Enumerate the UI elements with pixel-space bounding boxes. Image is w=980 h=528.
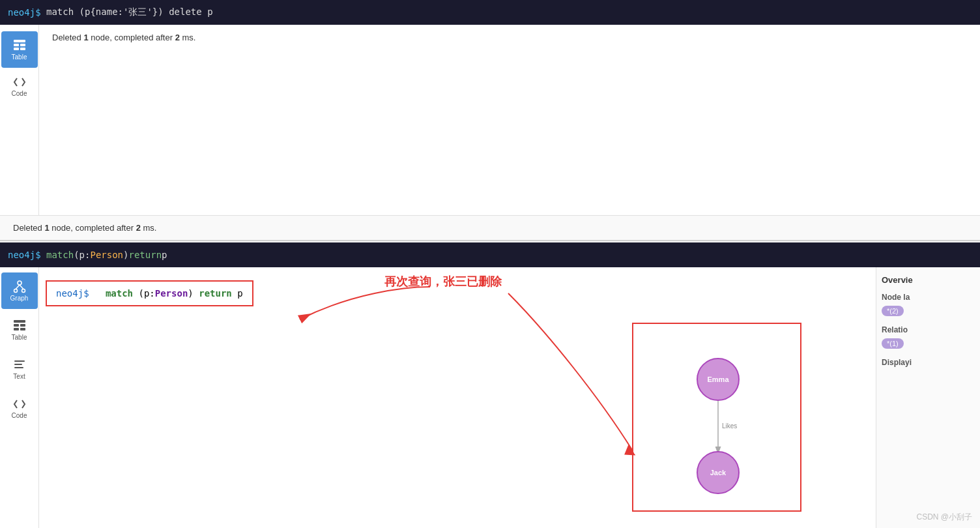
svg-point-7 xyxy=(22,289,25,292)
svg-rect-4 xyxy=(20,48,25,50)
svg-line-9 xyxy=(20,285,23,289)
svg-rect-17 xyxy=(14,367,23,368)
bottom-sidebar: Graph Table Text xyxy=(0,267,39,528)
graph-icon xyxy=(13,280,26,293)
bottom-prompt: neo4j$ xyxy=(8,250,41,260)
display-label: Displayi xyxy=(882,358,975,367)
text-icon xyxy=(13,359,26,372)
code-icon xyxy=(13,76,26,89)
bottom-content-area: neo4j$ match (p:Person) return p 再次查询，张三… xyxy=(39,267,876,528)
code-icon2 xyxy=(13,398,26,411)
svg-rect-2 xyxy=(20,44,25,46)
right-panel: Overvie Node la *(2) Relatio *(1) Displa… xyxy=(876,267,980,528)
svg-rect-14 xyxy=(20,328,25,330)
table-icon xyxy=(13,39,26,52)
bottom-match-kw: match xyxy=(46,250,74,260)
graph-result-box: Likes Emma Jack xyxy=(632,323,801,512)
top-sidebar-table-btn[interactable]: Table xyxy=(1,31,38,68)
svg-point-6 xyxy=(14,289,17,292)
top-table-label: Table xyxy=(12,53,27,61)
top-content: Deleted 1 node, completed after 2 ms. xyxy=(39,25,980,215)
bottom-command-bar: neo4j$ match (p:Person) return p xyxy=(0,242,980,267)
query-box: neo4j$ match (p:Person) return p xyxy=(46,280,253,306)
bottom-table-label: Table xyxy=(12,334,27,341)
divider-status-text: Deleted 1 node, completed after 2 ms. xyxy=(13,223,156,233)
jack-label: Jack xyxy=(710,469,727,477)
qb-p: p xyxy=(232,288,243,299)
bottom-sidebar-text-btn[interactable]: Text xyxy=(1,351,38,387)
svg-line-8 xyxy=(16,285,20,289)
svg-rect-0 xyxy=(14,40,25,42)
emma-label: Emma xyxy=(707,375,729,383)
right-panel-title: Overvie xyxy=(882,275,975,285)
bottom-main: Graph Table Text xyxy=(0,267,980,528)
top-command-text: match (p{name:'张三'}) delete p xyxy=(41,7,213,18)
top-command-bar: neo4j$ match (p{name:'张三'}) delete p xyxy=(0,0,980,25)
svg-rect-15 xyxy=(14,360,25,362)
qb-space xyxy=(94,288,106,299)
relation-section: Relatio *(1) xyxy=(882,325,975,349)
node-label-section: Node la *(2) xyxy=(882,293,975,316)
graph-svg: Likes Emma Jack xyxy=(633,324,803,513)
qb-space2: (p: xyxy=(138,288,154,299)
bottom-cmd-rest: (p: xyxy=(74,250,90,260)
qb-person: Person xyxy=(155,288,188,299)
top-result-area: Table Code Deleted 1 node, completed aft… xyxy=(0,25,980,215)
top-section: neo4j$ match (p{name:'张三'}) delete p Tab… xyxy=(0,0,980,241)
top-sidebar: Table Code xyxy=(0,25,39,215)
annotation-label: 再次查询，张三已删除 xyxy=(384,274,502,289)
bottom-text-label: Text xyxy=(13,373,25,380)
relation-label-heading: Relatio xyxy=(882,325,975,334)
divider-status-bar: Deleted 1 node, completed after 2 ms. xyxy=(0,215,980,241)
edge-label: Likes xyxy=(722,422,737,430)
watermark: CSDN @小刮子 xyxy=(916,512,972,523)
bottom-section: neo4j$ match (p:Person) return p Graph xyxy=(0,242,980,528)
bottom-graph-label: Graph xyxy=(10,295,29,302)
relation-badge[interactable]: *(1) xyxy=(882,338,904,349)
bottom-command-text xyxy=(41,250,46,260)
bottom-code-label: Code xyxy=(12,412,27,419)
top-code-label: Code xyxy=(12,90,27,97)
table-icon2 xyxy=(13,319,26,332)
bottom-sidebar-graph-btn[interactable]: Graph xyxy=(1,272,38,309)
svg-rect-3 xyxy=(14,48,19,50)
svg-rect-12 xyxy=(20,324,25,327)
svg-rect-11 xyxy=(14,324,19,327)
display-section: Displayi xyxy=(882,358,975,367)
top-status-message: Deleted 1 node, completed after 2 ms. xyxy=(52,33,967,42)
top-sidebar-code-btn[interactable]: Code xyxy=(1,68,38,104)
svg-rect-13 xyxy=(14,328,19,330)
svg-rect-1 xyxy=(14,44,19,46)
qb-rest: ) xyxy=(188,288,199,299)
node-label-heading: Node la xyxy=(882,293,975,302)
qb-prompt: neo4j$ xyxy=(56,288,89,299)
top-prompt: neo4j$ xyxy=(8,7,41,18)
bottom-sidebar-table-btn[interactable]: Table xyxy=(1,312,38,348)
svg-rect-10 xyxy=(14,320,25,323)
svg-rect-16 xyxy=(14,364,22,365)
node-badge[interactable]: *(2) xyxy=(882,306,904,316)
bottom-sidebar-code-btn[interactable]: Code xyxy=(1,390,38,426)
qb-match: match xyxy=(106,288,133,299)
qb-return: return xyxy=(199,288,232,299)
svg-point-5 xyxy=(18,281,22,285)
graph-area: Likes Emma Jack xyxy=(633,324,800,510)
